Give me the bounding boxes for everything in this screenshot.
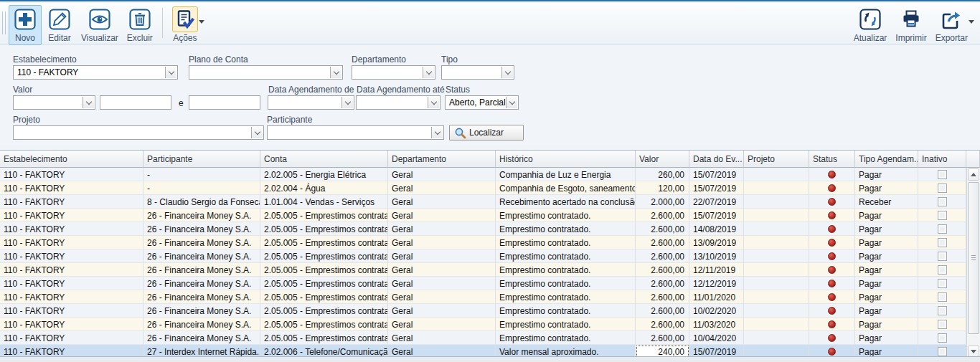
valor-operator-combo[interactable] — [13, 95, 95, 110]
column-header-historico[interactable]: Histórico — [496, 151, 636, 168]
plus-icon — [12, 6, 38, 32]
cell-participante: 26 - Financeira Money S.A. — [143, 236, 260, 249]
column-header-status[interactable]: Status — [809, 151, 855, 168]
toolbar-grip[interactable] — [2, 11, 6, 34]
vertical-scrollbar[interactable] — [966, 168, 980, 358]
novo-button[interactable]: Novo — [9, 5, 42, 45]
cell-tipo: Pagar — [855, 277, 918, 290]
table-row[interactable]: 110 - FAKTORY-2.02.004 - ÁguaGeralCompan… — [0, 181, 966, 195]
estabelecimento-combo[interactable]: 110 - FAKTORY — [13, 65, 178, 80]
refresh-icon — [857, 6, 883, 32]
table-row[interactable]: 110 - FAKTORY26 - Financeira Money S.A.2… — [0, 236, 966, 249]
cell-data: 13/09/2019 — [689, 236, 744, 249]
table-row[interactable]: 110 - FAKTORY8 - Claudio Sergio da Fonse… — [0, 195, 966, 209]
table-row[interactable]: 110 - FAKTORY26 - Financeira Money S.A.2… — [0, 277, 966, 290]
cell-participante: - — [143, 181, 260, 195]
editar-button[interactable]: Editar — [43, 5, 76, 45]
scrollbar-thumb[interactable] — [968, 182, 979, 334]
inativo-checkbox[interactable] — [938, 292, 947, 302]
chevron-down-icon[interactable] — [165, 67, 176, 78]
acoes-label: Ações — [173, 33, 197, 43]
valor-ate-input[interactable] — [189, 95, 260, 110]
cell-status — [809, 304, 855, 318]
table-row[interactable]: 110 - FAKTORY-2.02.005 - Energia Elétric… — [0, 168, 966, 181]
column-header-conta[interactable]: Conta — [260, 151, 388, 168]
table-row[interactable]: 110 - FAKTORY26 - Financeira Money S.A.2… — [0, 263, 966, 277]
chevron-down-icon[interactable] — [501, 67, 513, 78]
visualizar-button[interactable]: Visualizar — [77, 5, 122, 45]
inativo-checkbox[interactable] — [938, 170, 947, 179]
inativo-checkbox[interactable] — [938, 347, 947, 356]
cell-estabelecimento: 110 - FAKTORY — [0, 331, 143, 345]
column-header-inativo[interactable]: Inativo — [918, 151, 966, 168]
inativo-checkbox[interactable] — [938, 279, 947, 288]
inativo-checkbox[interactable] — [938, 238, 947, 247]
cell-valor: 2.600,00 — [636, 331, 689, 345]
inativo-checkbox[interactable] — [938, 320, 947, 329]
chevron-down-icon[interactable] — [341, 97, 353, 108]
chevron-down-icon[interactable] — [251, 127, 263, 138]
chevron-down-icon[interactable] — [423, 67, 434, 78]
participante-combo[interactable] — [267, 125, 444, 140]
table-row[interactable]: 110 - FAKTORY26 - Financeira Money S.A.2… — [0, 209, 966, 222]
inativo-checkbox[interactable] — [938, 265, 947, 275]
exportar-button[interactable]: Exportar — [932, 5, 971, 45]
inativo-checkbox[interactable] — [938, 333, 947, 343]
chevron-down-icon[interactable] — [330, 67, 341, 78]
search-icon — [454, 127, 466, 139]
scroll-up-button[interactable] — [968, 168, 979, 181]
atualizar-button[interactable]: Atualizar — [850, 5, 891, 45]
table-row[interactable]: 110 - FAKTORY26 - Financeira Money S.A.2… — [0, 304, 966, 318]
column-header-tipo[interactable]: Tipo Agendam... — [855, 151, 918, 168]
status-combo[interactable]: Aberto, Parcial — [445, 95, 519, 110]
chevron-down-icon[interactable] — [506, 97, 517, 108]
acoes-button[interactable]: Ações — [169, 5, 202, 45]
plano-de-conta-combo[interactable] — [189, 65, 343, 80]
column-header-valor[interactable]: Valor — [636, 151, 689, 168]
data-agendamento-ate-combo[interactable] — [356, 95, 440, 110]
exportar-dropdown-caret[interactable] — [969, 20, 974, 24]
chevron-down-icon[interactable] — [431, 127, 443, 138]
imprimir-button[interactable]: Imprimir — [892, 5, 930, 45]
projeto-combo[interactable] — [13, 125, 264, 140]
inativo-checkbox[interactable] — [938, 184, 947, 193]
triangle-down-icon — [971, 350, 976, 353]
column-header-estabelecimento[interactable]: Estabelecimento — [0, 151, 143, 168]
table-row[interactable]: 110 - FAKTORY26 - Financeira Money S.A.2… — [0, 222, 966, 236]
data-agendamento-de-combo[interactable] — [268, 95, 354, 110]
chevron-down-icon[interactable] — [83, 97, 94, 108]
localizar-button[interactable]: Localizar — [449, 125, 524, 140]
cell-conta: 2.05.005 - Emprestimos contratados — [260, 236, 388, 249]
inativo-checkbox[interactable] — [938, 224, 947, 234]
column-header-data[interactable]: Data do Ev... — [689, 151, 744, 168]
cell-historico: Emprestimo contratado. — [496, 249, 636, 263]
tipo-combo[interactable] — [441, 65, 514, 80]
valor-conjunction-label: e — [179, 98, 184, 108]
departamento-combo[interactable] — [352, 65, 435, 80]
grid-header: EstabelecimentoParticipanteContaDepartam… — [0, 151, 980, 168]
inativo-checkbox[interactable] — [938, 306, 947, 315]
table-row[interactable]: 110 - FAKTORY26 - Financeira Money S.A.2… — [0, 290, 966, 304]
chevron-down-icon[interactable] — [428, 97, 439, 108]
inativo-checkbox[interactable] — [938, 211, 947, 220]
cell-historico: Emprestimo contratado. — [496, 209, 636, 222]
cell-projeto — [744, 195, 809, 209]
table-row[interactable]: 110 - FAKTORY26 - Financeira Money S.A.2… — [0, 318, 966, 331]
cell-status — [809, 318, 855, 331]
table-row[interactable]: 110 - FAKTORY26 - Financeira Money S.A.2… — [0, 249, 966, 263]
cell-valor: 120,00 — [636, 181, 689, 195]
inativo-checkbox[interactable] — [938, 252, 947, 261]
column-header-participante[interactable]: Participante — [143, 151, 260, 168]
valor-de-input[interactable] — [100, 95, 171, 110]
cell-tipo: Pagar — [855, 249, 918, 263]
acoes-dropdown-caret[interactable] — [199, 20, 204, 24]
cell-estabelecimento: 110 - FAKTORY — [0, 290, 143, 304]
column-header-departamento[interactable]: Departamento — [388, 151, 496, 168]
cell-projeto — [744, 304, 809, 318]
excluir-button[interactable]: Excluir — [123, 5, 156, 45]
cell-departamento: Geral — [388, 290, 496, 304]
inativo-checkbox[interactable] — [938, 197, 947, 206]
column-header-projeto[interactable]: Projeto — [744, 151, 809, 168]
table-row[interactable]: 110 - FAKTORY26 - Financeira Money S.A.2… — [0, 331, 966, 345]
toolbar-left-group: Novo Editar — [9, 5, 203, 45]
